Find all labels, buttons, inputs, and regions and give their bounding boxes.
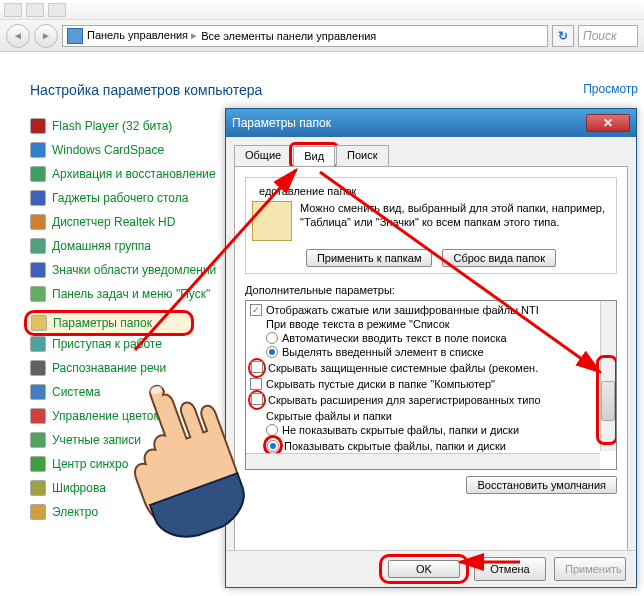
control-panel-item-link[interactable]: Windows CardSpace: [52, 143, 164, 157]
dialog-titlebar[interactable]: Параметры папок ✕: [226, 109, 636, 137]
dialog-button-row: OK Отмена Применить: [226, 550, 636, 587]
view-mode-label[interactable]: Просмотр: [583, 82, 638, 96]
control-panel-item-link[interactable]: Значки области уведомлений: [52, 263, 216, 277]
restore-defaults-button[interactable]: Восстановить умолчания: [466, 476, 617, 494]
advanced-settings-label: Дополнительные параметры:: [245, 284, 617, 296]
folder-icon: [252, 201, 292, 241]
control-panel-item[interactable]: Flash Player (32 бита): [30, 118, 230, 134]
tab-search[interactable]: Поиск: [336, 145, 388, 166]
checkbox[interactable]: [251, 361, 263, 373]
control-panel-item-icon: [30, 166, 46, 182]
control-panel-item[interactable]: Панель задач и меню "Пуск": [30, 286, 230, 302]
control-panel-item[interactable]: Архивация и восстановление: [30, 166, 230, 182]
advanced-item-label: При вводе текста в режиме "Список: [266, 318, 450, 330]
window-tabs-bar: [0, 0, 644, 20]
control-panel-item[interactable]: Параметры папок: [31, 315, 187, 331]
apply-button[interactable]: Применить: [554, 557, 626, 581]
advanced-item-label: Не показывать скрытые файлы, папки и дис…: [282, 424, 519, 436]
control-panel-item[interactable]: Домашняя группа: [30, 238, 230, 254]
advanced-settings-list[interactable]: Отображать сжатые или зашифрованные файл…: [245, 300, 617, 470]
control-panel-item-link[interactable]: Параметры папок: [53, 316, 152, 330]
annotation-highlight: Параметры папок: [24, 310, 194, 336]
control-panel-item[interactable]: Шифрова: [30, 480, 230, 496]
control-panel-item-icon: [30, 360, 46, 376]
control-panel-item-icon: [30, 238, 46, 254]
control-panel-item[interactable]: Диспетчер Realtek HD: [30, 214, 230, 230]
control-panel-item-link[interactable]: Учетные записи: [52, 433, 141, 447]
advanced-item-label: Выделять введенный элемент в списке: [282, 346, 484, 358]
scrollbar-vertical[interactable]: [600, 301, 616, 451]
control-panel-item-link[interactable]: Архивация и восстановление: [52, 167, 216, 181]
breadcrumb-seg[interactable]: Все элементы панели управления: [201, 30, 376, 42]
advanced-item[interactable]: Скрывать пустые диски в папке "Компьютер…: [250, 377, 612, 391]
ok-button[interactable]: OK: [388, 560, 460, 578]
folder-view-group: едставление папок Можно сменить вид, выб…: [245, 177, 617, 274]
control-panel-item[interactable]: Учетные записи: [30, 432, 230, 448]
tab-thumb: [4, 3, 22, 17]
control-panel-item-link[interactable]: Гаджеты рабочего стола: [52, 191, 188, 205]
control-panel-item[interactable]: Распознавание речи: [30, 360, 230, 376]
control-panel-item[interactable]: Значки области уведомлений: [30, 262, 230, 278]
apply-to-folders-button[interactable]: Применить к папкам: [306, 249, 433, 267]
control-panel-item-link[interactable]: Электро: [52, 505, 98, 519]
control-panel-item-icon: [31, 315, 47, 331]
advanced-item[interactable]: Скрывать защищенные системные файлы (рек…: [250, 359, 612, 377]
advanced-item[interactable]: Выделять введенный элемент в списке: [266, 345, 612, 359]
control-panel-item-link[interactable]: Управление цветом: [52, 409, 162, 423]
control-panel-item-link[interactable]: Система: [52, 385, 100, 399]
control-panel-item-link[interactable]: Шифрова: [52, 481, 106, 495]
reset-folders-button[interactable]: Сброс вида папок: [442, 249, 556, 267]
advanced-item-label: Скрывать расширения для зарегистрированн…: [268, 394, 541, 406]
control-panel-item[interactable]: Центр синхро: [30, 456, 230, 472]
breadcrumb[interactable]: Панель управления Все элементы панели уп…: [62, 25, 548, 47]
control-panel-item-icon: [30, 336, 46, 352]
tab-thumb: [48, 3, 66, 17]
tab-general[interactable]: Общие: [234, 145, 292, 166]
page-title: Настройка параметров компьютера: [30, 82, 644, 98]
dialog-tabs: Общие Вид Поиск: [234, 145, 628, 166]
advanced-item[interactable]: Отображать сжатые или зашифрованные файл…: [250, 303, 612, 317]
radio[interactable]: [267, 440, 279, 452]
checkbox[interactable]: [250, 378, 262, 390]
control-panel-item-link[interactable]: Центр синхро: [52, 457, 128, 471]
advanced-item[interactable]: Показывать скрытые файлы, папки и диски: [266, 437, 612, 454]
control-panel-item-icon: [30, 214, 46, 230]
tab-view[interactable]: Вид: [293, 146, 335, 165]
control-panel-item[interactable]: Электро: [30, 504, 230, 520]
nav-forward-button[interactable]: ►: [34, 24, 58, 48]
control-panel-item[interactable]: Гаджеты рабочего стола: [30, 190, 230, 206]
search-input[interactable]: Поиск: [578, 25, 638, 47]
control-panel-item[interactable]: Приступая к работе: [30, 336, 230, 352]
advanced-item-label: Отображать сжатые или зашифрованные файл…: [266, 304, 539, 316]
advanced-item[interactable]: Не показывать скрытые файлы, папки и дис…: [266, 423, 612, 437]
control-panel-item-link[interactable]: Диспетчер Realtek HD: [52, 215, 175, 229]
scrollbar-horizontal[interactable]: [246, 453, 600, 469]
control-panel-item-link[interactable]: Распознавание речи: [52, 361, 166, 375]
control-panel-item[interactable]: Управление цветом: [30, 408, 230, 424]
control-panel-item[interactable]: Система: [30, 384, 230, 400]
nav-back-button[interactable]: ◄: [6, 24, 30, 48]
breadcrumb-seg[interactable]: Панель управления: [87, 29, 197, 42]
advanced-item-label: Показывать скрытые файлы, папки и диски: [284, 440, 506, 452]
control-panel-item-icon: [30, 504, 46, 520]
cancel-button[interactable]: Отмена: [474, 557, 546, 581]
advanced-item[interactable]: Скрывать расширения для зарегистрированн…: [250, 391, 612, 409]
checkbox[interactable]: [251, 393, 263, 405]
control-panel-item-icon: [30, 190, 46, 206]
checkbox[interactable]: [250, 304, 262, 316]
advanced-item-label: Автоматически вводить текст в поле поиск…: [282, 332, 507, 344]
scrollbar-thumb[interactable]: [601, 381, 615, 421]
close-icon[interactable]: ✕: [586, 114, 630, 132]
control-panel-item-icon: [30, 142, 46, 158]
control-panel-item-link[interactable]: Панель задач и меню "Пуск": [52, 287, 210, 301]
control-panel-item[interactable]: Windows CardSpace: [30, 142, 230, 158]
refresh-button[interactable]: ↻: [552, 25, 574, 47]
advanced-item[interactable]: Автоматически вводить текст в поле поиск…: [266, 331, 612, 345]
control-panel-item-link[interactable]: Flash Player (32 бита): [52, 119, 172, 133]
control-panel-item-icon: [30, 432, 46, 448]
control-panel-item-link[interactable]: Домашняя группа: [52, 239, 151, 253]
radio[interactable]: [266, 332, 278, 344]
control-panel-item-link[interactable]: Приступая к работе: [52, 337, 162, 351]
radio[interactable]: [266, 346, 278, 358]
folder-view-text: Можно сменить вид, выбранный для этой па…: [300, 201, 610, 241]
